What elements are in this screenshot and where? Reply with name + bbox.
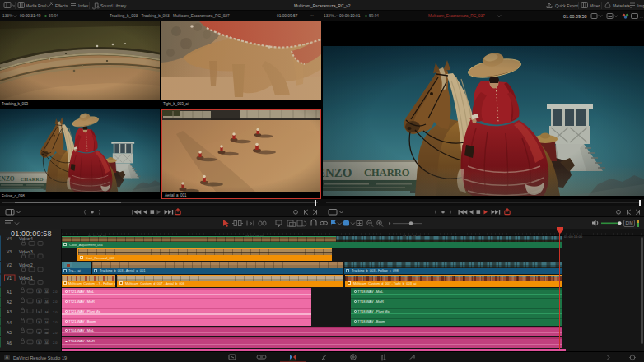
svg-text:•••: ••• bbox=[310, 14, 314, 18]
svg-text:2.0: 2.0 bbox=[53, 310, 58, 314]
svg-text:133%: 133% bbox=[2, 14, 13, 18]
svg-text:DIM: DIM bbox=[626, 220, 633, 225]
svg-text:Video 1: Video 1 bbox=[19, 276, 33, 281]
svg-text:Sound Library: Sound Library bbox=[100, 3, 127, 8]
svg-text:M: M bbox=[45, 341, 48, 345]
svg-text:A2: A2 bbox=[7, 299, 12, 304]
svg-text:A6: A6 bbox=[7, 341, 12, 346]
svg-text:A3: A3 bbox=[7, 309, 12, 314]
svg-text:Quick Export: Quick Export bbox=[555, 3, 579, 8]
svg-text:Multicam_Escaramuza_RC_037: Multicam_Escaramuza_RC_037 bbox=[428, 14, 485, 18]
svg-text:V2: V2 bbox=[7, 262, 12, 267]
svg-text:Mixer: Mixer bbox=[590, 3, 600, 8]
svg-text:S: S bbox=[38, 331, 40, 335]
svg-text:Inspector: Inspector bbox=[637, 3, 644, 8]
svg-text:...: ... bbox=[640, 14, 643, 19]
svg-text:A1: A1 bbox=[7, 290, 12, 295]
svg-text:S: S bbox=[38, 341, 40, 345]
svg-text:59.94: 59.94 bbox=[49, 14, 58, 18]
svg-text:2.0: 2.0 bbox=[53, 320, 58, 324]
svg-text:59.94: 59.94 bbox=[369, 14, 379, 18]
svg-text:133%: 133% bbox=[324, 14, 334, 18]
svg-text:Video 4: Video 4 bbox=[19, 236, 33, 241]
svg-text:S: S bbox=[38, 299, 40, 304]
svg-text:Video 2: Video 2 bbox=[19, 262, 33, 267]
svg-text:M: M bbox=[45, 290, 48, 294]
svg-text:Tracking_b_003 - Tracking_b_00: Tracking_b_003 - Tracking_b_003 - Multic… bbox=[110, 14, 230, 18]
svg-text:2.0: 2.0 bbox=[53, 331, 58, 335]
svg-text:Multicam_Escaramuza_RC_v2: Multicam_Escaramuza_RC_v2 bbox=[294, 3, 351, 8]
svg-text:M: M bbox=[45, 320, 48, 324]
svg-text:01:00:09:57: 01:00:09:57 bbox=[277, 14, 298, 18]
svg-text:00:00:10:01: 00:00:10:01 bbox=[339, 14, 361, 18]
svg-text:M: M bbox=[45, 310, 48, 314]
svg-text:S: S bbox=[38, 310, 40, 314]
svg-text:2.0: 2.0 bbox=[53, 290, 58, 294]
svg-text:Metadata: Metadata bbox=[613, 3, 630, 8]
svg-text:Effects: Effects bbox=[55, 3, 68, 8]
svg-text:V1: V1 bbox=[7, 276, 12, 281]
svg-text:Video 3: Video 3 bbox=[19, 249, 33, 254]
svg-text:00:00:31:49: 00:00:31:49 bbox=[20, 14, 41, 18]
svg-text:M: M bbox=[45, 331, 48, 335]
svg-text:Index: Index bbox=[78, 3, 89, 8]
svg-text:Media Pool: Media Pool bbox=[26, 3, 46, 8]
svg-text:V3: V3 bbox=[7, 249, 12, 254]
svg-text:M: M bbox=[45, 299, 48, 304]
svg-text:A4: A4 bbox=[7, 320, 12, 325]
svg-text:S: S bbox=[38, 320, 40, 324]
svg-text:V4: V4 bbox=[7, 236, 12, 241]
svg-text:2.0: 2.0 bbox=[53, 299, 58, 304]
svg-text:A5: A5 bbox=[7, 330, 12, 335]
svg-text:01:00:09:58: 01:00:09:58 bbox=[563, 14, 586, 19]
svg-text:2.0: 2.0 bbox=[53, 341, 58, 345]
svg-text:S: S bbox=[38, 290, 40, 294]
